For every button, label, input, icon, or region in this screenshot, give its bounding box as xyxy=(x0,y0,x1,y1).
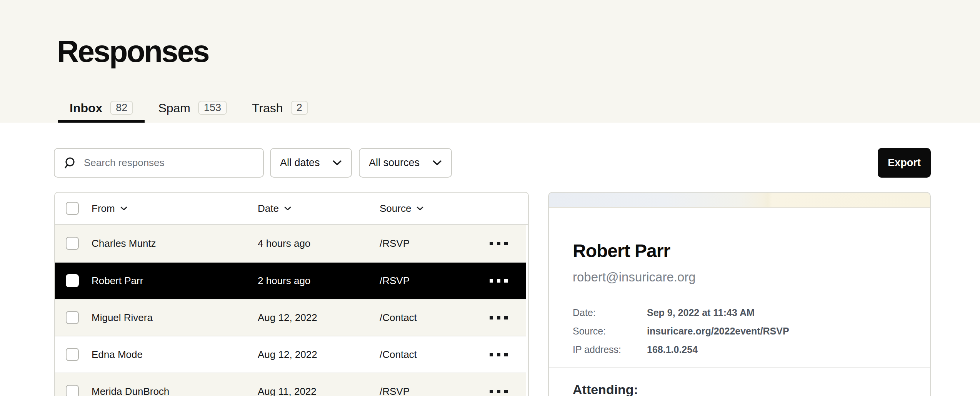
row-date: 4 hours ago xyxy=(258,238,380,250)
attending-heading: Attending: xyxy=(573,383,906,396)
chevron-down-icon xyxy=(432,160,442,166)
tab-label: Inbox xyxy=(70,102,102,114)
detail-gradient-strip xyxy=(549,193,930,208)
column-label: Source xyxy=(380,203,411,215)
tab-label: Trash xyxy=(252,102,283,114)
search-icon xyxy=(63,156,76,170)
field-row: Source: insuricare.org/2022event/RSVP xyxy=(573,325,906,338)
source-filter-select[interactable]: All sources xyxy=(359,148,452,178)
detail-email: robert@insuricare.org xyxy=(573,270,906,285)
field-row: IP address: 168.1.0.254 xyxy=(573,343,906,356)
date-filter-select[interactable]: All dates xyxy=(270,148,352,178)
table-row[interactable]: Edna Mode Aug 12, 2022 /Contact xyxy=(55,336,526,373)
field-value: Sep 9, 2022 at 11:43 AM xyxy=(647,307,755,318)
row-actions-button[interactable] xyxy=(489,242,508,245)
chevron-down-icon xyxy=(284,206,291,211)
detail-body: Robert Parr robert@insuricare.org Date: … xyxy=(549,242,930,356)
row-from: Edna Mode xyxy=(92,349,258,361)
top-band: Responses Inbox 82 Spam 153 Trash 2 xyxy=(0,0,980,123)
column-header-from[interactable]: From xyxy=(92,203,258,215)
table-row[interactable]: Miguel Rivera Aug 12, 2022 /Contact xyxy=(55,299,526,336)
field-label: Source: xyxy=(573,326,647,337)
ellipsis-icon xyxy=(490,242,493,245)
detail-fields: Date: Sep 9, 2022 at 11:43 AM Source: in… xyxy=(573,306,906,356)
detail-name: Robert Parr xyxy=(573,242,906,260)
tab-trash[interactable]: Trash 2 xyxy=(240,96,320,123)
tab-label: Spam xyxy=(158,102,190,114)
row-actions-button[interactable] xyxy=(489,353,508,356)
export-button[interactable]: Export xyxy=(878,148,931,178)
row-checkbox[interactable] xyxy=(66,237,79,250)
row-actions-button[interactable] xyxy=(489,316,508,319)
table-row-selected[interactable]: Robert Parr 2 hours ago /RSVP xyxy=(55,262,526,299)
search-input[interactable] xyxy=(84,157,249,169)
row-source: /RSVP xyxy=(380,275,489,287)
tab-count-badge: 153 xyxy=(198,101,227,115)
row-from: Merida DunBroch xyxy=(92,386,258,396)
row-date: Aug 12, 2022 xyxy=(258,349,380,361)
field-row: Date: Sep 9, 2022 at 11:43 AM xyxy=(573,306,906,319)
table-row[interactable]: Charles Muntz 4 hours ago /RSVP xyxy=(55,225,526,262)
column-header-source[interactable]: Source xyxy=(380,203,491,215)
field-value: 168.1.0.254 xyxy=(647,344,698,355)
row-date: Aug 11, 2022 xyxy=(258,386,380,396)
row-source: /RSVP xyxy=(380,238,489,250)
row-checkbox[interactable] xyxy=(66,311,79,324)
ellipsis-icon xyxy=(490,390,493,393)
ellipsis-icon xyxy=(490,279,493,283)
column-header-date[interactable]: Date xyxy=(258,203,380,215)
row-checkbox[interactable] xyxy=(66,385,79,396)
chevron-down-icon xyxy=(120,206,127,211)
response-detail-panel: Robert Parr robert@insuricare.org Date: … xyxy=(548,192,931,396)
field-label: Date: xyxy=(573,307,647,318)
field-label: IP address: xyxy=(573,344,647,355)
field-value: insuricare.org/2022event/RSVP xyxy=(647,326,789,337)
row-actions-button[interactable] xyxy=(489,390,508,393)
table-rows: Charles Muntz 4 hours ago /RSVP Robert P… xyxy=(55,225,526,396)
detail-section: Attending: xyxy=(549,383,930,396)
row-date: 2 hours ago xyxy=(258,275,380,287)
row-from: Robert Parr xyxy=(92,275,258,287)
tab-spam[interactable]: Spam 153 xyxy=(147,96,238,123)
row-actions-button[interactable] xyxy=(489,279,508,283)
page-title: Responses xyxy=(57,36,209,67)
select-all-checkbox[interactable] xyxy=(66,202,79,215)
date-filter-value: All dates xyxy=(280,157,320,169)
tab-count-badge: 2 xyxy=(291,101,308,115)
source-filter-value: All sources xyxy=(369,157,420,169)
tabs: Inbox 82 Spam 153 Trash 2 xyxy=(58,96,320,123)
ellipsis-icon xyxy=(490,353,493,356)
responses-table: From Date Source Ch xyxy=(54,192,529,396)
row-source: /RSVP xyxy=(380,386,489,396)
chevron-down-icon xyxy=(417,206,423,211)
row-source: /Contact xyxy=(380,349,489,361)
chevron-down-icon xyxy=(332,160,342,166)
row-from: Miguel Rivera xyxy=(92,312,258,324)
table-header: From Date Source xyxy=(55,193,528,225)
table-row[interactable]: Merida DunBroch Aug 11, 2022 /RSVP xyxy=(55,373,526,396)
row-source: /Contact xyxy=(380,312,489,324)
tab-count-badge: 82 xyxy=(110,101,133,115)
row-date: Aug 12, 2022 xyxy=(258,312,380,324)
row-checkbox[interactable] xyxy=(66,274,79,287)
responses-page: Responses Inbox 82 Spam 153 Trash 2 All … xyxy=(0,0,980,396)
row-checkbox[interactable] xyxy=(66,348,79,361)
ellipsis-icon xyxy=(490,316,493,319)
detail-divider xyxy=(549,367,930,368)
column-label: Date xyxy=(258,203,279,215)
search-box[interactable] xyxy=(54,148,264,178)
column-label: From xyxy=(92,203,115,215)
tab-inbox[interactable]: Inbox 82 xyxy=(58,96,145,123)
row-from: Charles Muntz xyxy=(92,238,258,250)
